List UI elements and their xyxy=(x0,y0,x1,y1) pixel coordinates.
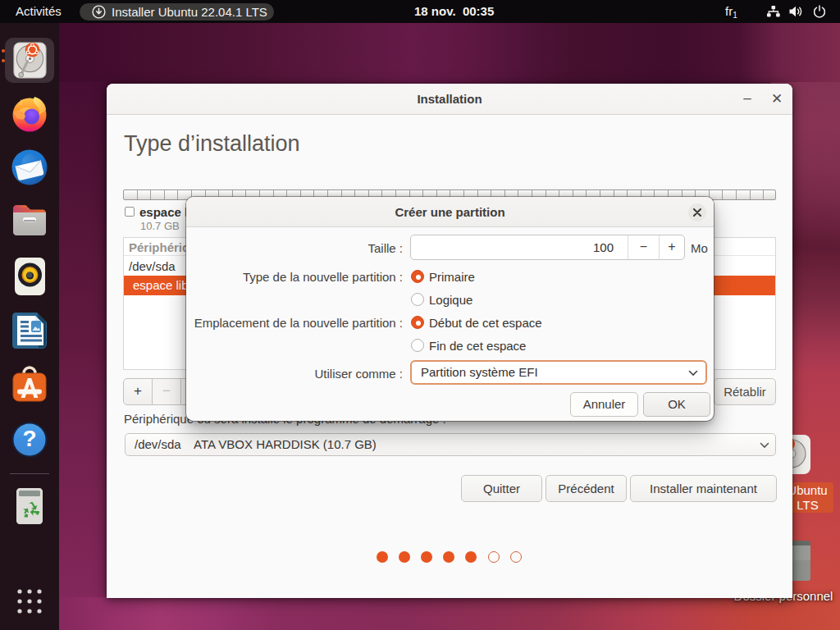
svg-text:?: ? xyxy=(22,426,36,451)
